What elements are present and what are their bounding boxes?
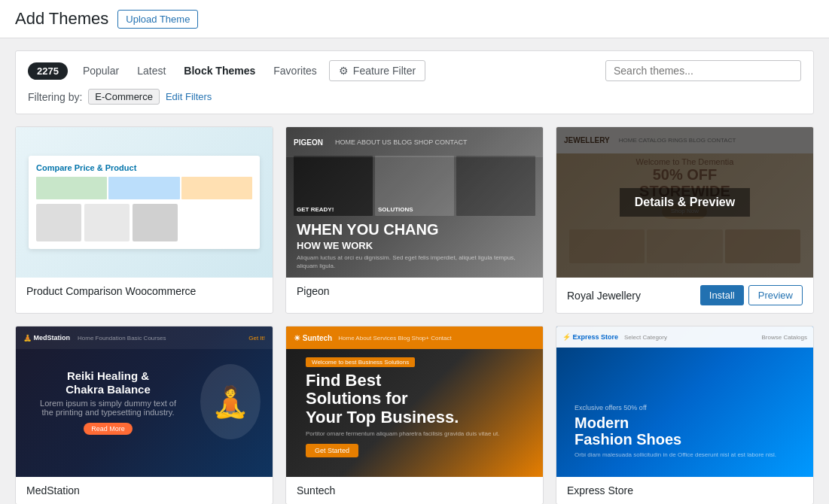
thumbnail-visual-pigeon: PIGEON HOME ABOUT US BLOG SHOP CONTACT G… — [286, 127, 543, 278]
theme-footer-product-comparison: Product Comparison Woocommerce — [16, 278, 273, 305]
feature-filter-button[interactable]: ⚙ Feature Filter — [329, 60, 425, 81]
thumbnail-visual-express: ⚡ Express Store Select Category Browse C… — [556, 326, 813, 477]
theme-thumbnail-meditation[interactable]: 🧘 MedStation Home Foundation Basic Cours… — [16, 326, 273, 477]
theme-name-express-store: Express Store — [567, 484, 633, 496]
themes-count-badge: 2275 — [28, 62, 68, 80]
page-title: Add Themes — [15, 9, 108, 29]
thumbnail-visual-healing: 🧘 MedStation Home Foundation Basic Cours… — [16, 326, 273, 477]
themes-area: 2275 Popular Latest Block Themes Favorit… — [0, 38, 829, 504]
thumbnail-visual: Compare Price & Product — [16, 127, 273, 278]
tab-block-themes[interactable]: Block Themes — [175, 60, 264, 81]
filtering-label: Filtering by: — [28, 91, 82, 103]
theme-card-pigeon: PIGEON HOME ABOUT US BLOG SHOP CONTACT G… — [285, 126, 544, 314]
theme-card-meditation: 🧘 MedStation Home Foundation Basic Cours… — [15, 326, 273, 504]
themes-grid: Compare Price & Product — [15, 126, 814, 504]
tab-favorites[interactable]: Favorites — [264, 60, 326, 81]
theme-footer-meditation: MedStation — [16, 477, 273, 504]
theme-card-product-comparison: Compare Price & Product — [15, 126, 273, 314]
active-filter-tag: E-Commerce — [88, 89, 160, 105]
theme-thumbnail-suntech[interactable]: ☀ Suntech Home About Services Blog Shop+… — [286, 326, 543, 477]
search-input[interactable] — [605, 60, 801, 81]
theme-card-express-store: ⚡ Express Store Select Category Browse C… — [556, 326, 814, 504]
theme-footer-express-store: Express Store — [556, 477, 813, 504]
page-header: Add Themes Upload Theme — [0, 0, 829, 38]
theme-name-product-comparison: Product Comparison Woocommerce — [26, 285, 196, 297]
thumbnail-visual-suntech: ☀ Suntech Home About Services Blog Shop+… — [286, 326, 543, 477]
install-button-royal-jewellery[interactable]: Install — [700, 285, 744, 305]
filter-bar: 2275 Popular Latest Block Themes Favorit… — [15, 50, 814, 114]
theme-card-royal-jewellery: JEWELLERY HOME CATALOG RINGS BLOG CONTAC… — [556, 126, 814, 314]
healing-content: Reiki Healing &Chakra Balance Lorem ipsu… — [28, 357, 188, 447]
theme-footer-royal-jewellery: Royal Jewellery Install Preview — [556, 278, 813, 313]
theme-thumbnail-pigeon[interactable]: PIGEON HOME ABOUT US BLOG SHOP CONTACT G… — [286, 127, 543, 278]
theme-footer-pigeon: Pigeon — [286, 278, 543, 305]
filtering-row: Filtering by: E-Commerce Edit Filters — [28, 89, 801, 105]
theme-thumbnail-express-store[interactable]: ⚡ Express Store Select Category Browse C… — [556, 326, 813, 477]
overlay-text: Details & Preview — [620, 188, 750, 217]
preview-button-royal-jewellery[interactable]: Preview — [748, 285, 803, 305]
tabs-row: 2275 Popular Latest Block Themes Favorit… — [28, 60, 801, 81]
theme-name-pigeon: Pigeon — [297, 285, 330, 297]
theme-thumbnail-royal-jewellery[interactable]: JEWELLERY HOME CATALOG RINGS BLOG CONTAC… — [556, 127, 813, 278]
theme-thumbnail-product-comparison[interactable]: Compare Price & Product — [16, 127, 273, 278]
theme-name-meditation: MedStation — [26, 484, 80, 496]
theme-name-royal-jewellery: Royal Jewellery — [567, 290, 641, 302]
theme-name-suntech: Suntech — [297, 484, 335, 496]
gear-icon: ⚙ — [339, 65, 349, 77]
theme-footer-suntech: Suntech — [286, 477, 543, 504]
theme-overlay-jewellery[interactable]: Details & Preview — [556, 127, 813, 278]
theme-actions-royal-jewellery: Install Preview — [700, 285, 803, 305]
theme-card-suntech: ☀ Suntech Home About Services Blog Shop+… — [285, 326, 544, 504]
tab-popular[interactable]: Popular — [74, 60, 128, 81]
tab-latest[interactable]: Latest — [128, 60, 175, 81]
upload-theme-button[interactable]: Upload Theme — [117, 10, 198, 29]
edit-filters-link[interactable]: Edit Filters — [166, 91, 212, 102]
